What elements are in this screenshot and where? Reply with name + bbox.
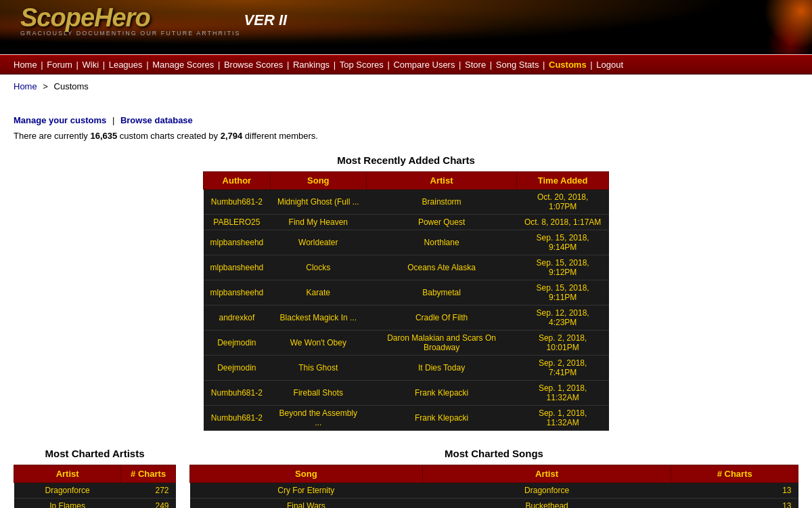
cell-author: Numbuh681-2 <box>204 190 271 215</box>
artist-link[interactable]: Cradle Of Filth <box>415 313 468 322</box>
stats-members: 2,794 <box>221 131 243 141</box>
author-link[interactable]: Numbuh681-2 <box>211 197 263 207</box>
song-link[interactable]: Midnight Ghost (Full ... <box>277 197 359 207</box>
nav-rankings[interactable]: Rankings <box>293 60 330 70</box>
nav-sep: | <box>146 60 151 70</box>
table-row: Final Wars Buckethead 13 <box>190 499 798 509</box>
song-link[interactable]: Blackest Magick In ... <box>280 313 357 322</box>
artist-link[interactable]: Northlane <box>424 238 459 247</box>
artist-link[interactable]: Daron Malakian and Scars On Broadway <box>387 333 496 352</box>
author-link[interactable]: mlpbansheehd <box>210 238 264 247</box>
nav-top-scores[interactable]: Top Scores <box>340 60 384 70</box>
songs-title: Most Charted Songs <box>189 448 798 459</box>
stats-prefix: There are currently <box>14 131 90 141</box>
breadcrumb: Home > Customs <box>0 75 812 98</box>
logo-text: ScopeHero <box>20 3 241 33</box>
cell-author: andrexkof <box>204 305 271 331</box>
cell-song: Worldeater <box>270 230 366 255</box>
artist-link[interactable]: Oceans Ate Alaska <box>407 263 476 272</box>
artist-link[interactable]: Buckethead <box>525 501 568 508</box>
col-song: Song <box>270 172 366 190</box>
author-link[interactable]: mlpbansheehd <box>210 263 264 272</box>
cell-artist: Northlane <box>366 230 516 255</box>
song-link[interactable]: Fireball Shots <box>294 388 343 398</box>
logo: ScopeHero GRACIOUSLY DOCUMENTING OUR FUT… <box>20 3 241 37</box>
author-link[interactable]: mlpbansheehd <box>210 288 264 297</box>
nav-sep: | <box>218 60 223 70</box>
nav-song-stats[interactable]: Song Stats <box>496 60 539 70</box>
song-link[interactable]: Karate <box>307 288 330 297</box>
cell-author: Numbuh681-2 <box>204 406 271 431</box>
nav-sep: | <box>490 60 495 70</box>
artist-link[interactable]: Frank Klepacki <box>415 388 468 398</box>
author-link[interactable]: andrexkof <box>219 313 255 322</box>
artist-link[interactable]: Frank Klepacki <box>415 413 468 423</box>
cell-charts: 272 <box>121 483 176 499</box>
nav-manage-scores[interactable]: Manage Scores <box>152 60 214 70</box>
cell-time: Sep. 1, 2018, 11:32AM <box>517 406 609 431</box>
song-link[interactable]: Cry For Eternity <box>277 486 334 495</box>
nav-wiki[interactable]: Wiki <box>83 60 99 70</box>
table-row: Numbuh681-2 Fireball Shots Frank Klepack… <box>204 381 609 406</box>
artist-link[interactable]: Dragonforce <box>45 486 90 495</box>
nav-home[interactable]: Home <box>14 60 37 70</box>
nav-compare-users[interactable]: Compare Users <box>393 60 455 70</box>
songs-header: Song Artist # Charts <box>190 465 798 483</box>
cell-author: Deejmodin <box>204 356 271 381</box>
col-charts: # Charts <box>671 465 798 483</box>
table-row: Numbuh681-2 Midnight Ghost (Full ... Bra… <box>204 190 609 215</box>
browse-database-link[interactable]: Browse database <box>120 115 193 125</box>
cell-time: Oct. 8, 2018, 1:17AM <box>517 215 609 230</box>
cell-artist: Frank Klepacki <box>366 381 516 406</box>
col-artist: Artist <box>366 172 516 190</box>
song-link[interactable]: Clocks <box>306 263 330 272</box>
cell-song: Karate <box>270 280 366 305</box>
stats-count: 16,635 <box>90 131 117 141</box>
song-link[interactable]: We Won't Obey <box>290 338 346 347</box>
artist-link[interactable]: It Dies Today <box>418 363 465 373</box>
manage-customs-link[interactable]: Manage your customs <box>14 115 106 125</box>
recently-added-table: Author Song Artist Time Added Numbuh681-… <box>203 171 609 431</box>
stats-mid: custom charts created by <box>117 131 220 141</box>
logo-sub: GRACIOUSLY DOCUMENTING OUR FUTURE ARTHRI… <box>20 30 241 37</box>
artist-link[interactable]: Brainstorm <box>422 197 461 207</box>
nav-sep: | <box>543 60 547 70</box>
author-link[interactable]: Deejmodin <box>217 363 256 373</box>
artist-link[interactable]: Dragonforce <box>524 486 569 495</box>
nav-logout[interactable]: Logout <box>596 60 623 70</box>
col-author: Author <box>204 172 271 190</box>
cell-time: Sep. 2, 2018, 10:01PM <box>517 331 609 356</box>
nav-store[interactable]: Store <box>465 60 486 70</box>
cell-artist: Cradle Of Filth <box>366 305 516 331</box>
nav-sep: | <box>76 60 81 70</box>
author-link[interactable]: Numbuh681-2 <box>211 388 263 398</box>
song-link[interactable]: Find My Heaven <box>289 217 348 227</box>
author-link[interactable]: Deejmodin <box>217 338 256 347</box>
cell-song: Blackest Magick In ... <box>270 305 366 331</box>
cell-song: Final Wars <box>190 499 423 509</box>
author-link[interactable]: Numbuh681-2 <box>211 413 263 423</box>
table-row: Dragonforce 272 <box>14 483 176 499</box>
nav-customs[interactable]: Customs <box>549 60 587 70</box>
right-decoration <box>758 0 812 54</box>
nav-sep: | <box>287 60 292 70</box>
navbar: Home | Forum | Wiki | Leagues | Manage S… <box>0 55 812 75</box>
nav-leagues[interactable]: Leagues <box>109 60 143 70</box>
artist-link[interactable]: Babymetal <box>422 288 461 297</box>
artists-body: Dragonforce 272 In Flames 249 Buckethead… <box>14 483 176 509</box>
artists-table: Artist # Charts Dragonforce 272 In Flame… <box>14 465 176 508</box>
col-artist: Artist <box>422 465 671 483</box>
cell-artist: Dragonforce <box>422 483 671 499</box>
artist-link[interactable]: Power Quest <box>418 217 465 227</box>
song-link[interactable]: Beyond the Assembly ... <box>279 408 357 427</box>
song-link[interactable]: This Ghost <box>298 363 338 373</box>
song-link[interactable]: Worldeater <box>298 238 338 247</box>
breadcrumb-home[interactable]: Home <box>14 81 37 91</box>
author-link[interactable]: PABLERO25 <box>213 217 260 227</box>
nav-forum[interactable]: Forum <box>47 60 72 70</box>
artist-link[interactable]: In Flames <box>49 501 85 508</box>
nav-sep: | <box>590 60 595 70</box>
nav-browse-scores[interactable]: Browse Scores <box>224 60 283 70</box>
song-link[interactable]: Final Wars <box>287 501 325 508</box>
cell-song: Midnight Ghost (Full ... <box>270 190 366 215</box>
